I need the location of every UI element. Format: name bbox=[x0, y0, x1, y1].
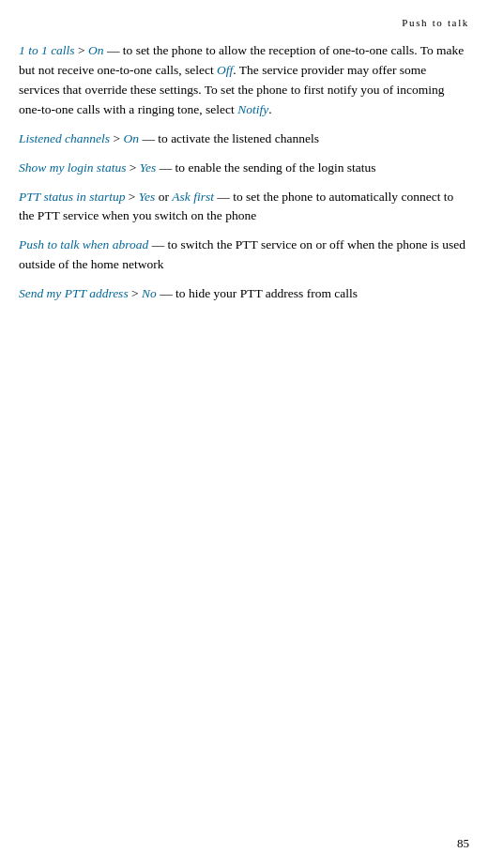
p6-text1: — to hide your PTT address from calls bbox=[157, 286, 358, 300]
p1-link2: On bbox=[88, 43, 104, 57]
p2-sep1: > bbox=[110, 131, 123, 145]
p4-text1: or bbox=[155, 190, 172, 204]
p6-link2: No bbox=[142, 286, 157, 300]
p4-link3: Ask first bbox=[172, 190, 214, 204]
p3-text1: — to enable the sending of the login sta… bbox=[156, 160, 375, 175]
page-header: Push to talk bbox=[0, 0, 488, 34]
p4-sep1: > bbox=[125, 190, 138, 204]
p3-link1: Show my login status bbox=[19, 160, 126, 175]
p2-link1: Listened channels bbox=[19, 131, 110, 145]
p6-sep1: > bbox=[129, 286, 142, 300]
p5-link1: Push to talk when abroad bbox=[19, 237, 148, 251]
p1-link3: Off bbox=[217, 63, 233, 77]
paragraph-6: Send my PTT address > No — to hide your … bbox=[19, 284, 469, 304]
paragraph-5: Push to talk when abroad — to switch the… bbox=[19, 236, 469, 275]
page-number: 85 bbox=[457, 836, 469, 851]
p1-link4: Notify bbox=[237, 102, 268, 116]
paragraph-1: 1 to 1 calls > On — to set the phone to … bbox=[19, 41, 469, 120]
p3-sep1: > bbox=[126, 160, 139, 175]
p3-link2: Yes bbox=[140, 160, 157, 175]
p1-text3: . bbox=[268, 102, 271, 116]
header-title: Push to talk bbox=[402, 17, 469, 28]
p4-link1: PTT status in startup bbox=[19, 190, 125, 204]
paragraph-4: PTT status in startup > Yes or Ask first… bbox=[19, 188, 469, 227]
p1-link1: 1 to 1 calls bbox=[19, 43, 75, 57]
paragraph-3: Show my login status > Yes — to enable t… bbox=[19, 159, 469, 178]
p2-link2: On bbox=[124, 131, 140, 145]
p2-text1: — to activate the listened channels bbox=[139, 131, 319, 145]
page-content: 1 to 1 calls > On — to set the phone to … bbox=[0, 34, 488, 332]
p6-link1: Send my PTT address bbox=[19, 286, 129, 300]
paragraph-2: Listened channels > On — to activate the… bbox=[19, 129, 469, 149]
p1-sep1: > bbox=[75, 43, 88, 57]
p4-link2: Yes bbox=[139, 190, 156, 204]
